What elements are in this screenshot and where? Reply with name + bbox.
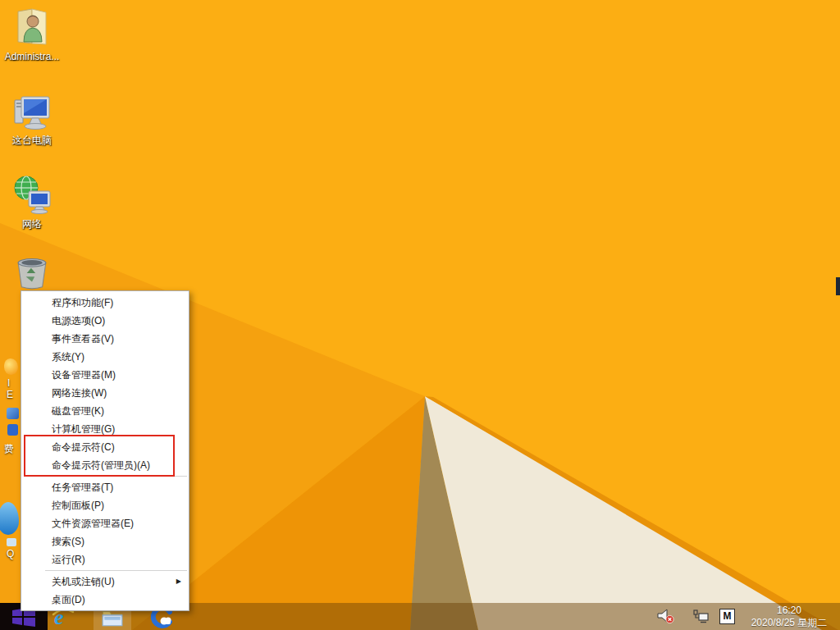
network-globe-icon [10,174,54,215]
menu-item[interactable]: 文件资源管理器(E) [21,514,189,532]
partial-icon-sliver [7,538,16,546]
recycle-bin-icon [14,258,50,290]
menu-item[interactable]: 设备管理器(M) [21,366,189,384]
menu-separator [45,570,187,571]
partial-icon-label: Q [7,549,14,559]
menu-item[interactable]: 控制面板(P) [21,496,189,514]
volume-muted-icon[interactable] [657,609,674,624]
menu-item[interactable]: 命令提示符(管理员)(A) [21,456,189,474]
menu-item[interactable]: 系统(Y) [21,348,189,366]
clock-date: 2020/8/25 星期二 [745,617,833,629]
icon-label: 网络 [1,219,63,230]
taskbar-clock[interactable]: 16:20 2020/8/25 星期二 [745,605,833,629]
menu-item[interactable]: 电源选项(O) [21,312,189,330]
submenu-arrow-icon: ▶ [176,573,181,591]
user-folder-icon [10,5,54,48]
desktop: Administra... 这台电脑 网络 [0,0,840,630]
desktop-icon-this-pc[interactable]: 这台电脑 [1,90,63,146]
desktop-icon-network[interactable]: 网络 [1,174,63,230]
menu-item[interactable]: 搜索(S) [21,532,189,550]
partial-icon-label: E [7,390,13,400]
desktop-icon-administrator[interactable]: Administra... [1,5,63,62]
menu-item[interactable]: 命令提示符(C) [21,438,189,456]
menu-item[interactable]: 程序和功能(F) [21,294,189,312]
menu-item[interactable]: 网络连接(W) [21,384,189,402]
computer-icon [10,90,54,131]
clock-time: 16:20 [745,605,833,617]
winx-menu-items: 程序和功能(F)电源选项(O)事件查看器(V)系统(Y)设备管理器(M)网络连接… [21,294,189,609]
partial-icon-sliver [4,358,18,375]
menu-item[interactable]: 关机或注销(U)▶ [21,573,189,591]
menu-item[interactable]: 事件查看器(V) [21,330,189,348]
menu-item[interactable]: 磁盘管理(K) [21,402,189,420]
menu-item[interactable]: 桌面(D) [21,591,189,609]
partial-icon-sliver [7,424,18,436]
partial-icon-label: I [7,378,10,389]
menu-item[interactable]: 计算机管理(G) [21,420,189,438]
menu-separator [45,476,187,477]
network-tray-icon[interactable] [692,609,709,623]
partial-icon-label: 费 [4,444,14,454]
menu-item[interactable]: 运行(R) [21,550,189,568]
input-method-indicator[interactable]: M [719,609,735,624]
window-edge-sliver [836,277,840,295]
system-tray: M 16:20 2020/8/25 星期二 [657,603,840,630]
partial-icon-sliver [7,408,19,419]
icon-label: 这台电脑 [1,135,63,146]
winx-menu: 程序和功能(F)电源选项(O)事件查看器(V)系统(Y)设备管理器(M)网络连接… [21,290,189,611]
desktop-icon-recycle-bin[interactable] [1,258,63,294]
icon-label: Administra... [1,52,63,62]
menu-item[interactable]: 任务管理器(T) [21,478,189,496]
